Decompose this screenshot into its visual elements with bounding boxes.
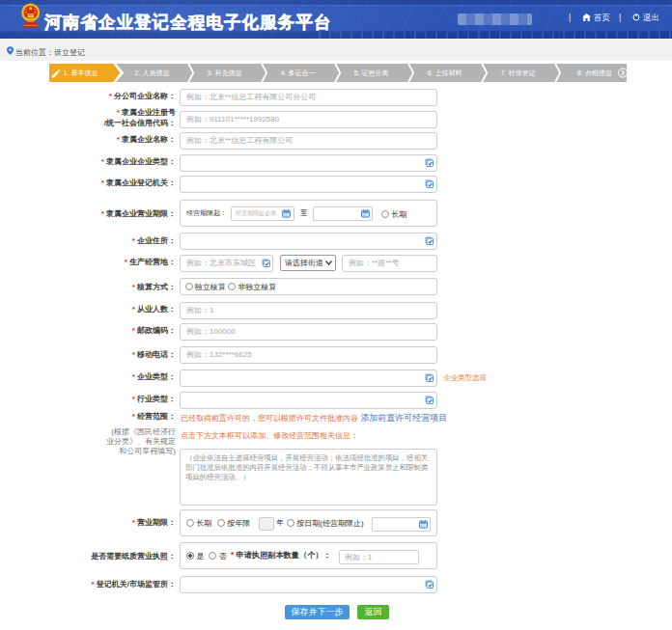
svg-text:4. 多证合一: 4. 多证合一: [281, 69, 316, 77]
svg-text:8. 办税信息: 8. 办税信息: [577, 69, 612, 77]
svg-text:2. 人员信息: 2. 人员信息: [135, 69, 170, 77]
svg-text:5. 证照分离: 5. 证照分离: [354, 69, 389, 77]
svg-text:7. 社保登记: 7. 社保登记: [501, 69, 536, 76]
svg-text:6. 上传材料: 6. 上传材料: [428, 69, 462, 77]
svg-text:1. 基本信息: 1. 基本信息: [64, 69, 98, 77]
svg-text:3. 补充信息: 3. 补充信息: [208, 69, 242, 77]
